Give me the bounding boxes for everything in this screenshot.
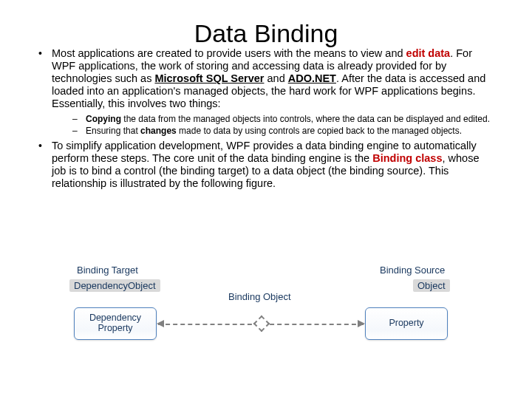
label-binding-object: Binding Object: [228, 291, 291, 302]
sql-server: Microsoft SQL Server: [154, 72, 264, 84]
label-binding-source: Binding Source: [380, 265, 445, 276]
label-dependency-object: DependencyObject: [69, 279, 160, 292]
binding-class: Binding class: [372, 152, 442, 164]
text: made to data by using controls are copie…: [177, 126, 462, 136]
bullet-2: To simplify application development, WPF…: [38, 140, 494, 190]
changes: changes: [140, 126, 177, 136]
bullet-1: Most applications are created to provide…: [38, 47, 494, 137]
slide-title: Data Binding: [0, 0, 532, 46]
arrow-right-icon: [358, 320, 365, 327]
text: and: [264, 72, 287, 84]
box-property: Property: [365, 307, 448, 340]
label-object: Object: [413, 279, 450, 292]
box-dependency-property: Dependency Property: [74, 307, 157, 340]
sub-bullet-1: Copying the data from the managed object…: [72, 114, 494, 125]
ado-net: ADO.NET: [288, 72, 336, 84]
text: the data from the managed objects into c…: [121, 114, 490, 124]
text: Most applications are created to provide…: [52, 47, 406, 59]
sub-bullet-2: Ensuring that changes made to data by us…: [72, 126, 494, 137]
diamond-icon: [253, 316, 270, 332]
arrow-left-icon: [157, 320, 164, 327]
slide-body: Most applications are created to provide…: [0, 47, 532, 190]
text: Ensuring that: [86, 126, 140, 136]
label-binding-target: Binding Target: [77, 265, 138, 276]
edit-data: edit data: [406, 47, 451, 59]
binding-diagram: Binding Target Binding Source Dependency…: [69, 265, 454, 375]
copying: Copying: [86, 114, 121, 124]
